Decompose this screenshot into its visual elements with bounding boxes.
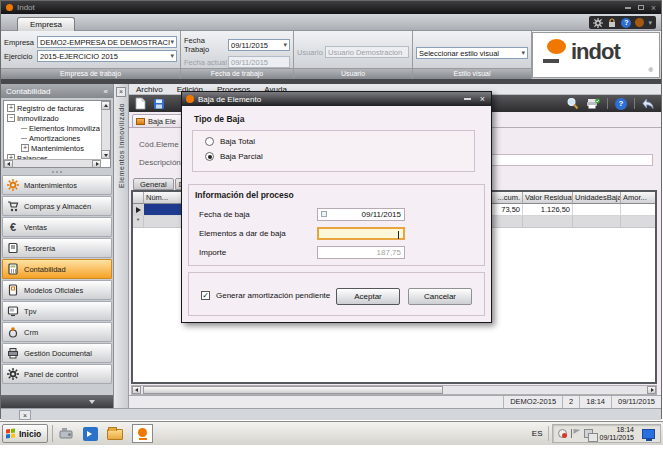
euro-icon: € [7,221,19,233]
sidebar-item-compras[interactable]: Compras y Almacén [2,196,112,216]
radio-icon[interactable] [205,137,214,146]
aceptar-button[interactable]: Aceptar [336,288,400,305]
lock-icon[interactable] [607,18,617,28]
menu-archivo[interactable]: Archivo [129,85,170,94]
toolbar-separator [607,98,608,109]
close-dock-icon[interactable]: × [19,410,31,420]
cell-unidades-baja[interactable] [573,204,621,216]
expand-icon[interactable]: + [7,104,15,112]
tree-item-registro-facturas[interactable]: +Registro de facturas [5,103,100,113]
toolbar-separator [634,98,635,109]
empresa-select[interactable]: DEMO2-EMPRESA DE DEMOSTRACI...▾ [37,36,177,48]
tree-vertical-scrollbar[interactable] [101,101,110,159]
scroll-down-icon[interactable] [101,150,110,159]
scrollbar-thumb[interactable] [143,386,443,394]
indot-mini-icon[interactable] [635,18,644,27]
collapse-icon[interactable]: « [104,87,108,96]
help-icon[interactable]: ? [615,98,627,110]
display-icon[interactable] [642,429,655,439]
radio-selected-icon[interactable] [205,152,214,161]
scroll-right-icon[interactable] [647,386,656,394]
chevron-down-icon: ▾ [170,38,174,46]
new-document-icon[interactable] [135,97,146,110]
tray-clock[interactable]: 18:14 09/11/2015 [597,426,636,442]
start-button[interactable]: Inicio [2,424,48,443]
cart-icon [7,200,19,212]
sidebar-item-gestion-documental[interactable]: Gestión Documental [2,343,112,363]
radio-baja-total[interactable]: Baja Total [205,134,474,148]
elementos-a-dar-de-baja-input[interactable] [317,227,405,240]
sidebar-item-mantenimientos[interactable]: Mantenimientos [2,175,112,195]
sidebar-splitter[interactable] [1,168,113,175]
expand-icon[interactable]: + [21,144,29,152]
dialog-title: Baja de Elemento [198,95,464,104]
save-icon[interactable] [153,98,165,110]
tree-horizontal-scrollbar[interactable] [4,159,101,167]
tree-item-mantenimientos[interactable]: +Mantenimientos [5,143,100,153]
checkbox-checked-icon[interactable]: ✓ [201,291,210,300]
estilo-visual-select[interactable]: Seleccionar estilo visual▾ [416,47,528,59]
selected-cell[interactable] [144,204,184,216]
cell-valor-residual[interactable]: 1.126,50 [523,204,573,216]
sidebar-item-contabilidad[interactable]: Contabilidad [2,259,112,279]
sidebar-item-crm[interactable]: Crm [2,322,112,342]
chevron-down-icon: ▾ [170,52,174,60]
machine-icon[interactable] [58,426,74,441]
radio-baja-parcial[interactable]: Baja Parcial [205,149,474,163]
col-unidades-baja[interactable]: UnidadesBaja [573,192,621,204]
status-date: 09/11/2015 [611,396,661,408]
sidebar-item-tpv[interactable]: Tpv [2,301,112,321]
restore-icon[interactable] [638,5,644,10]
window-title: Indot [17,3,625,12]
sidebar-header: Contabilidad « [1,84,113,98]
scroll-left-icon[interactable] [4,160,13,168]
ejercicio-select[interactable]: 2015-EJERCICIO 2015▾ [37,50,177,62]
fecha-trabajo-select[interactable]: 09/11/2015▾ [228,39,290,51]
sidebar-item-panel-de-control[interactable]: Panel de control [2,364,112,384]
taskbar-item-indot-active[interactable] [132,424,153,443]
network-icon[interactable] [584,429,593,438]
col-numero[interactable]: Núm... [144,192,184,204]
scroll-up-icon[interactable] [101,101,110,110]
sidebar-item-ventas[interactable]: € Ventas [2,217,112,237]
tree-item-amortizaciones[interactable]: Amortizaciones [5,133,100,143]
collapse-node-icon[interactable]: − [7,114,15,122]
sidebar-item-modelos-oficiales[interactable]: Modelos Oficiales [2,280,112,300]
scroll-left-icon[interactable] [132,386,141,394]
col-amortizacion[interactable]: Amor... [621,192,655,204]
dialog-close-icon[interactable]: × [480,95,485,103]
gear-icon[interactable] [593,18,603,28]
dialog-minimize-icon[interactable] [464,98,471,100]
cell-amortizacion[interactable] [621,204,655,216]
sidebar-footer[interactable] [1,395,113,408]
back-arrow-icon[interactable] [642,98,655,110]
chevron-down-icon[interactable] [89,400,95,404]
chevron-down-icon[interactable]: ▾ [648,19,652,26]
tree-item-inmovilizado[interactable]: −Inmovilizado [5,113,100,123]
sync-status-icon[interactable] [558,429,567,438]
vertical-tab-elementos-inmovilizado[interactable]: Elementos Inmovilizado [118,103,125,188]
col-valor-residual[interactable]: Valor Residual [523,192,573,204]
app-logo-icon [6,4,13,11]
tab-general[interactable]: General [133,178,174,190]
scroll-right-icon[interactable] [92,160,101,168]
search-icon[interactable] [566,97,579,110]
folder-icon[interactable] [107,429,123,440]
sidebar-item-tesoreria[interactable]: Tesorería [2,238,112,258]
minimize-icon[interactable] [625,7,631,9]
taskbar: Inicio ES 18:14 09/11/2015 [0,421,663,445]
tree-item-elementos-inmovilizado[interactable]: Elementos Inmovilizac [5,123,100,133]
language-indicator[interactable]: ES [526,426,550,441]
cancelar-button[interactable]: Cancelar [408,288,472,305]
fecha-de-baja-field[interactable]: 09/11/2015 [317,208,405,221]
generar-amortizacion-checkbox[interactable]: ✓ Generar amortización pendiente [201,291,330,300]
tab-empresa[interactable]: Empresa [17,17,75,31]
powershell-icon[interactable] [83,427,98,441]
security-flag-icon[interactable] [571,429,580,438]
print-icon[interactable] [586,97,600,110]
new-row-marker-icon: * [133,216,144,228]
help-icon[interactable]: ? [621,18,631,28]
close-panel-icon[interactable]: × [116,87,126,97]
close-icon[interactable]: × [651,5,656,11]
grid-horizontal-scrollbar[interactable] [131,385,657,395]
